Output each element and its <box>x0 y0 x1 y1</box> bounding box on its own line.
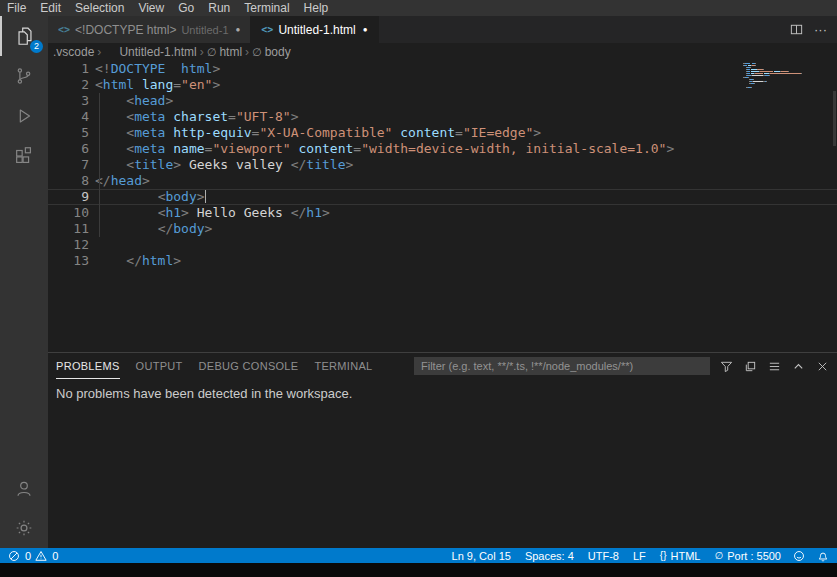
panel-tab-output[interactable]: OUTPUT <box>136 353 183 379</box>
notifications-bell-icon[interactable] <box>817 550 829 562</box>
activity-run-debug[interactable] <box>0 96 48 136</box>
tab-label: Untitled-1.html <box>278 23 355 37</box>
status-label: Port : 5500 <box>727 550 781 562</box>
code-line: 5 <meta http-equiv="X-UA-Compatible" con… <box>48 125 837 141</box>
tab-strip: <><!DOCTYPE html>Untitled-1●<>Untitled-1… <box>48 16 379 43</box>
panel-tab-terminal[interactable]: TERMINAL <box>314 353 372 379</box>
modified-dot-icon[interactable]: ● <box>363 25 368 34</box>
menu-edit[interactable]: Edit <box>33 0 68 16</box>
breadcrumb: .vscode›<>Untitled-1.html›∅html›∅body <box>48 43 837 61</box>
editor-group: <><!DOCTYPE html>Untitled-1●<>Untitled-1… <box>48 16 837 352</box>
menu-go[interactable]: Go <box>171 0 201 16</box>
activity-extensions[interactable] <box>0 136 48 176</box>
problems-message: No problems have been detected in the wo… <box>48 379 837 401</box>
breadcrumb-separator: › <box>97 45 101 59</box>
activity-source-control[interactable] <box>0 56 48 96</box>
open-in-editor-icon[interactable] <box>744 360 757 373</box>
code-line: 4 <meta charset="UFT-8"> <box>48 109 837 125</box>
modified-dot-icon[interactable]: ● <box>236 25 241 34</box>
panel-tabs: PROBLEMSOUTPUTDEBUG CONSOLETERMINAL <box>56 353 388 379</box>
line-content: <h1> Hello Geeks </h1> <box>95 205 330 221</box>
menu-file[interactable]: File <box>0 0 33 16</box>
line-content: </head> <box>95 173 150 189</box>
symbol-element-icon: ∅ <box>207 46 217 59</box>
menu-bar: FileEditSelectionViewGoRunTerminalHelp <box>0 0 837 16</box>
braces-icon: {} <box>660 550 667 561</box>
error-count: 0 <box>25 550 31 562</box>
html-file-icon: <> <box>261 24 273 35</box>
activity-settings[interactable] <box>0 508 48 548</box>
activity-explorer[interactable]: 2 <box>0 16 48 56</box>
status-label: LF <box>633 550 646 562</box>
code-line: 6 <meta name="viewport" content="width=d… <box>48 141 837 157</box>
breadcrumb-separator: › <box>200 45 204 59</box>
panel-tab-debug-console[interactable]: DEBUG CONSOLE <box>199 353 299 379</box>
breadcrumb-separator: › <box>245 45 249 59</box>
status-right-items: Ln 9, Col 15Spaces: 4UTF-8LF{}HTML∅Port … <box>452 550 781 562</box>
symbol-element-icon: ∅ <box>252 46 262 59</box>
menu-run[interactable]: Run <box>201 0 237 16</box>
line-number: 12 <box>48 237 95 253</box>
code-line: 9 <body> <box>48 189 837 205</box>
menu-selection[interactable]: Selection <box>68 0 131 16</box>
line-content: </body> <box>95 221 212 237</box>
activity-account[interactable] <box>0 468 48 508</box>
status-lf[interactable]: LF <box>633 550 646 562</box>
status-spaces-4[interactable]: Spaces: 4 <box>525 550 574 562</box>
line-number: 2 <box>48 77 95 93</box>
breadcrumb-item[interactable]: .vscode <box>53 45 94 59</box>
views-menu-icon[interactable] <box>768 360 781 373</box>
line-content: <head> <box>95 93 173 109</box>
menu-view[interactable]: View <box>131 0 171 16</box>
menu-terminal[interactable]: Terminal <box>237 0 296 16</box>
maximize-panel-icon[interactable] <box>792 360 805 373</box>
warning-count: 0 <box>52 550 58 562</box>
filter-icon[interactable] <box>720 360 733 373</box>
status-html[interactable]: {}HTML <box>660 550 701 562</box>
code-line: 2<html lang="en"> <box>48 77 837 93</box>
source-control-icon <box>13 65 35 87</box>
editor-scrollbar[interactable] <box>833 91 836 146</box>
more-actions-icon[interactable]: ··· <box>814 22 827 37</box>
line-number: 10 <box>48 205 95 221</box>
panel-tab-problems[interactable]: PROBLEMS <box>56 353 120 379</box>
status-utf-8[interactable]: UTF-8 <box>588 550 619 562</box>
line-content: <body> <box>95 189 206 205</box>
close-panel-icon[interactable] <box>816 360 829 373</box>
status-port-5500[interactable]: ∅Port : 5500 <box>714 550 781 562</box>
code-line: 11 </body> <box>48 221 837 237</box>
panel: PROBLEMSOUTPUTDEBUG CONSOLETERMINAL <box>48 352 837 548</box>
breadcrumb-label: body <box>265 45 291 59</box>
breadcrumb-item[interactable]: ∅html <box>207 45 242 59</box>
line-content: <meta charset="UFT-8"> <box>95 109 299 125</box>
line-number: 6 <box>48 141 95 157</box>
cursor-caret <box>205 190 206 203</box>
status-label: HTML <box>671 550 701 562</box>
tab-2[interactable]: <>Untitled-1.html● <box>251 16 378 43</box>
problems-status[interactable]: 0 0 <box>8 550 58 562</box>
minimap[interactable] <box>743 63 831 89</box>
code-line: 7 <title> Geeks valley </title> <box>48 157 837 173</box>
line-number: 1 <box>48 61 95 77</box>
code-editor[interactable]: 1<!DOCTYPE html>2<html lang="en">3 <head… <box>48 61 837 352</box>
gear-icon <box>13 517 35 539</box>
breadcrumb-item[interactable]: ∅body <box>252 45 291 59</box>
problems-filter-input[interactable] <box>414 357 710 375</box>
line-number: 4 <box>48 109 95 125</box>
status-ln-9-col-15[interactable]: Ln 9, Col 15 <box>452 550 511 562</box>
line-content: <meta http-equiv="X-UA-Compatible" conte… <box>95 125 541 141</box>
activity-bar: 2 <box>0 16 48 548</box>
code-line: 8</head> <box>48 173 837 189</box>
menu-help[interactable]: Help <box>297 0 336 16</box>
warnings-icon <box>35 550 47 562</box>
line-number: 8 <box>48 173 95 189</box>
line-content: <title> Geeks valley </title> <box>95 157 353 173</box>
line-number: 11 <box>48 221 95 237</box>
feedback-icon[interactable] <box>793 550 805 562</box>
split-editor-icon[interactable] <box>789 22 804 37</box>
status-label: Spaces: 4 <box>525 550 574 562</box>
line-number: 3 <box>48 93 95 109</box>
code-line: 13 </html> <box>48 253 837 269</box>
account-icon <box>13 477 35 499</box>
extensions-icon <box>13 145 35 167</box>
